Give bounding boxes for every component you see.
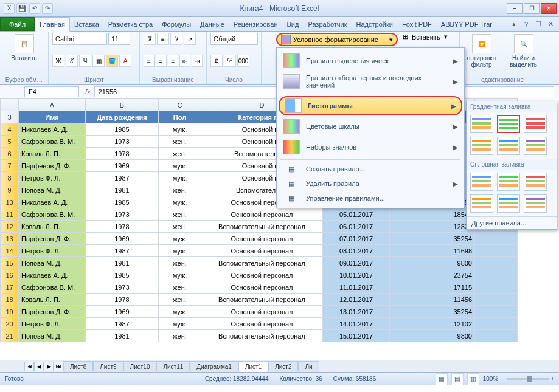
cell[interactable]: Николаев А. Д. bbox=[19, 196, 86, 208]
cell[interactable]: Сафронова В. М. bbox=[19, 136, 86, 148]
number-format-combo[interactable]: Общий bbox=[210, 33, 258, 45]
sort-filter-button[interactable]: 🔽ортировка фильтр bbox=[464, 33, 499, 69]
cell[interactable]: Вспомогательный персонал bbox=[201, 330, 323, 342]
help-icon[interactable]: ? bbox=[521, 19, 531, 29]
cell[interactable] bbox=[475, 330, 518, 342]
bold-button[interactable]: Ж bbox=[52, 55, 64, 67]
cell[interactable]: Попова М. Д. bbox=[19, 184, 86, 196]
sheet-tab[interactable]: Лист1 bbox=[238, 361, 268, 372]
cell[interactable]: Коваль Л. П. bbox=[19, 148, 86, 160]
italic-button[interactable]: К bbox=[66, 55, 78, 67]
databar-swatch[interactable] bbox=[470, 173, 493, 191]
cell[interactable]: 35254 bbox=[390, 306, 475, 318]
cell[interactable]: муж. bbox=[159, 306, 201, 318]
cell[interactable] bbox=[475, 257, 518, 269]
cell[interactable]: 17115 bbox=[390, 281, 475, 294]
menu-manage-rules[interactable]: ▦Управление правилами... bbox=[277, 191, 464, 205]
sheet-tab[interactable]: Диаграмма1 bbox=[190, 361, 238, 372]
tab-insert[interactable]: Вставка bbox=[70, 17, 104, 31]
cell[interactable]: Николаев А. Д. bbox=[19, 269, 86, 281]
cell[interactable]: Николаев А. Д. bbox=[19, 123, 86, 136]
cell[interactable]: 1985 bbox=[86, 123, 159, 136]
flyout-more-rules[interactable]: Другие правила... bbox=[467, 216, 557, 229]
databar-swatch[interactable] bbox=[497, 173, 520, 191]
cell[interactable]: муж. bbox=[159, 269, 201, 281]
indent-inc-button[interactable]: ⇥ bbox=[192, 55, 203, 67]
cell[interactable]: Парфенов Д. Ф. bbox=[19, 233, 86, 245]
menu-highlight-rules[interactable]: Правила выделения ячеек▶ bbox=[277, 50, 464, 71]
tab-abbyy[interactable]: ABBYY PDF Trar bbox=[437, 17, 497, 31]
cell[interactable]: 12821 bbox=[390, 221, 475, 233]
tab-developer[interactable]: Разработчик bbox=[304, 17, 352, 31]
cell[interactable]: 13.01.2017 bbox=[323, 306, 390, 318]
cell[interactable]: 15.01.2017 bbox=[323, 330, 390, 342]
row-header[interactable]: 10 bbox=[1, 196, 19, 208]
row-header[interactable]: 17 bbox=[1, 281, 19, 294]
cell[interactable]: 11698 bbox=[390, 245, 475, 257]
cell[interactable]: Основной персонал bbox=[201, 245, 323, 257]
comma-button[interactable]: 000 bbox=[237, 55, 249, 67]
row-header[interactable]: 8 bbox=[1, 172, 19, 184]
maximize-button[interactable]: ☐ bbox=[524, 3, 540, 14]
tab-formulas[interactable]: Формулы bbox=[158, 17, 196, 31]
cell[interactable]: 10.01.2017 bbox=[323, 269, 390, 281]
tab-home[interactable]: Главная bbox=[35, 17, 70, 32]
indent-dec-button[interactable]: ⇤ bbox=[179, 55, 190, 67]
excel-icon[interactable]: X bbox=[4, 3, 15, 14]
menu-icon-sets[interactable]: Наборы значков▶ bbox=[277, 137, 464, 157]
select-all-corner[interactable] bbox=[1, 99, 19, 111]
cell[interactable]: 11456 bbox=[390, 294, 475, 306]
cell[interactable]: жен. bbox=[159, 281, 201, 294]
row-header[interactable]: 11 bbox=[1, 208, 19, 221]
cell[interactable]: Сафронова В. М. bbox=[19, 208, 86, 221]
conditional-formatting-button[interactable]: Условное форматирование ▾ bbox=[276, 33, 398, 46]
cell[interactable]: Вспомогательный персонал bbox=[201, 294, 323, 306]
cell[interactable]: 08.01.2017 bbox=[323, 245, 390, 257]
tab-review[interactable]: Рецензирован bbox=[229, 17, 283, 31]
column-header[interactable]: A bbox=[19, 99, 86, 111]
minimize-ribbon-icon[interactable]: ▴ bbox=[509, 19, 519, 29]
menu-top-bottom-rules[interactable]: Правила отбора первых и последних значен… bbox=[277, 71, 464, 92]
file-tab[interactable]: Файл bbox=[0, 17, 35, 31]
cell[interactable]: 1987 bbox=[86, 318, 159, 330]
cell[interactable]: муж. bbox=[159, 233, 201, 245]
cell[interactable]: жен. bbox=[159, 294, 201, 306]
databar-swatch[interactable] bbox=[497, 115, 520, 133]
cell[interactable]: 06.01.2017 bbox=[323, 221, 390, 233]
row-header[interactable]: 3 bbox=[1, 111, 19, 123]
sheet-nav-next[interactable]: ▶ bbox=[44, 362, 54, 371]
cell[interactable]: 1981 bbox=[86, 184, 159, 196]
cell[interactable]: жен. bbox=[159, 257, 201, 269]
cell[interactable]: 9800 bbox=[390, 257, 475, 269]
menu-color-scales[interactable]: Цветовые шкалы▶ bbox=[277, 116, 464, 137]
align-middle-button[interactable]: ≡ bbox=[157, 33, 169, 45]
font-size-combo[interactable]: 11 bbox=[108, 33, 130, 45]
sheet-tab[interactable]: Лист8 bbox=[63, 361, 93, 372]
cell[interactable]: 1987 bbox=[86, 172, 159, 184]
cell[interactable]: Основной персонал bbox=[201, 233, 323, 245]
databar-swatch[interactable] bbox=[497, 194, 520, 213]
cell[interactable]: 35254 bbox=[390, 233, 475, 245]
cell[interactable]: 1973 bbox=[86, 281, 159, 294]
zoom-slider[interactable]: −+ bbox=[502, 376, 554, 382]
cell[interactable] bbox=[475, 245, 518, 257]
border-button[interactable]: ▦ bbox=[92, 55, 105, 67]
row-header[interactable]: 18 bbox=[1, 294, 19, 306]
cell[interactable]: 1978 bbox=[86, 148, 159, 160]
cell[interactable] bbox=[475, 318, 518, 330]
insert-cells-button[interactable]: Вставить bbox=[412, 33, 440, 41]
orientation-button[interactable]: ↗ bbox=[184, 33, 196, 45]
cell[interactable] bbox=[475, 233, 518, 245]
sheet-tab[interactable]: Лист11 bbox=[156, 361, 190, 372]
minimize-button[interactable]: − bbox=[507, 3, 523, 14]
sheet-nav-last[interactable]: ⏭ bbox=[54, 362, 63, 371]
cell[interactable]: Основной персонал bbox=[201, 306, 323, 318]
align-top-button[interactable]: ⊼ bbox=[144, 33, 156, 45]
databar-swatch[interactable] bbox=[524, 173, 547, 191]
cell[interactable]: 07.01.2017 bbox=[323, 233, 390, 245]
window-close-icon[interactable]: ✕ bbox=[546, 19, 555, 29]
cell[interactable]: Основной персонал bbox=[201, 208, 323, 221]
cell[interactable]: Основной персонал bbox=[201, 269, 323, 281]
cell[interactable]: Парфенов Д. Ф. bbox=[19, 160, 86, 172]
databar-swatch[interactable] bbox=[470, 194, 493, 213]
